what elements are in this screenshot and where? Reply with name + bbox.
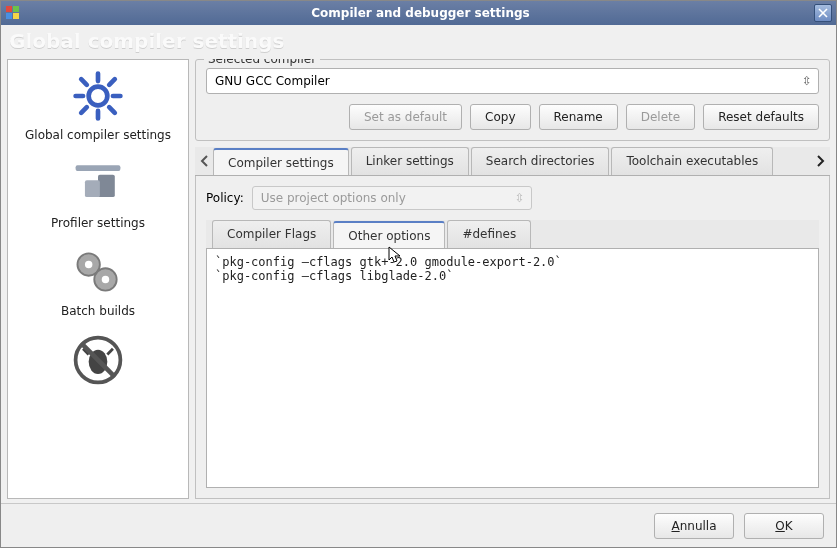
- group-title: Selected compiler: [204, 59, 320, 66]
- svg-line-17: [107, 349, 113, 355]
- cancel-suffix: nnulla: [680, 519, 717, 533]
- tab-defines[interactable]: #defines: [447, 220, 531, 248]
- policy-label: Policy:: [206, 191, 244, 205]
- no-bug-icon: [70, 332, 126, 388]
- delete-button: Delete: [626, 104, 695, 130]
- tab-scroll-left[interactable]: [195, 147, 213, 175]
- profiler-icon: [70, 156, 126, 212]
- tab-compiler-flags[interactable]: Compiler Flags: [212, 220, 331, 248]
- tab-scroll-right[interactable]: [812, 147, 830, 175]
- reset-defaults-button[interactable]: Reset defaults: [703, 104, 819, 130]
- sidebar-item-label: Profiler settings: [12, 216, 184, 230]
- chevron-right-icon: [817, 155, 825, 167]
- svg-rect-0: [6, 6, 12, 12]
- svg-rect-7: [76, 165, 121, 171]
- policy-row: Policy: Use project options only: [206, 186, 819, 210]
- copy-button[interactable]: Copy: [470, 104, 530, 130]
- svg-rect-8: [98, 175, 115, 197]
- svg-rect-1: [13, 6, 19, 12]
- sidebar-item-label: Batch builds: [12, 304, 184, 318]
- policy-select: Use project options only: [252, 186, 532, 210]
- main-panel: Selected compiler GNU GCC Compiler Set a…: [195, 59, 830, 499]
- app-icon: [5, 5, 21, 21]
- selected-compiler-group: Selected compiler GNU GCC Compiler Set a…: [195, 59, 830, 141]
- compiler-select-value: GNU GCC Compiler: [215, 74, 330, 88]
- svg-point-6: [89, 87, 108, 106]
- svg-rect-9: [85, 180, 100, 197]
- settings-window: Compiler and debugger settings Global co…: [0, 0, 837, 548]
- ok-button[interactable]: OK: [744, 513, 824, 539]
- compiler-select[interactable]: GNU GCC Compiler: [206, 68, 819, 94]
- tab-search-directories[interactable]: Search directories: [471, 147, 610, 175]
- window-title: Compiler and debugger settings: [27, 6, 814, 20]
- svg-rect-3: [13, 13, 19, 19]
- sidebar-item-batch-builds[interactable]: Batch builds: [10, 240, 186, 328]
- sidebar-item-debugger[interactable]: [10, 328, 186, 388]
- close-button[interactable]: [814, 4, 832, 22]
- cancel-button[interactable]: Annulla: [654, 513, 734, 539]
- other-options-textarea[interactable]: `pkg-config –cflags gtk+-2.0 gmodule-exp…: [206, 249, 819, 488]
- sidebar-item-global-compiler[interactable]: Global compiler settings: [10, 64, 186, 152]
- page-title: Global compiler settings: [1, 25, 836, 59]
- sidebar: Global compiler settings Profiler settin…: [7, 59, 189, 499]
- svg-point-13: [102, 276, 109, 283]
- inner-tab-container: Compiler Flags Other options #defines `p…: [206, 220, 819, 488]
- close-icon: [818, 8, 828, 18]
- chevron-left-icon: [200, 155, 208, 167]
- dialog-footer: Annulla OK: [1, 503, 836, 547]
- main-tabstrip: Compiler settings Linker settings Search…: [195, 147, 830, 176]
- sidebar-item-profiler[interactable]: Profiler settings: [10, 152, 186, 240]
- gear-icon: [70, 68, 126, 124]
- set-default-button: Set as default: [349, 104, 462, 130]
- tab-compiler-settings[interactable]: Compiler settings: [213, 148, 349, 175]
- gear-stack-icon: [70, 244, 126, 300]
- tab-linker-settings[interactable]: Linker settings: [351, 147, 469, 175]
- tab-toolchain-executables[interactable]: Toolchain executables: [611, 147, 773, 175]
- titlebar[interactable]: Compiler and debugger settings: [1, 1, 836, 25]
- svg-point-12: [85, 261, 92, 268]
- sidebar-item-label: Global compiler settings: [12, 128, 184, 142]
- policy-select-value: Use project options only: [261, 191, 406, 205]
- tab-compiler-settings-body: Policy: Use project options only Compile…: [195, 176, 830, 499]
- tab-other-options[interactable]: Other options: [333, 221, 445, 248]
- rename-button[interactable]: Rename: [539, 104, 618, 130]
- svg-rect-2: [6, 13, 12, 19]
